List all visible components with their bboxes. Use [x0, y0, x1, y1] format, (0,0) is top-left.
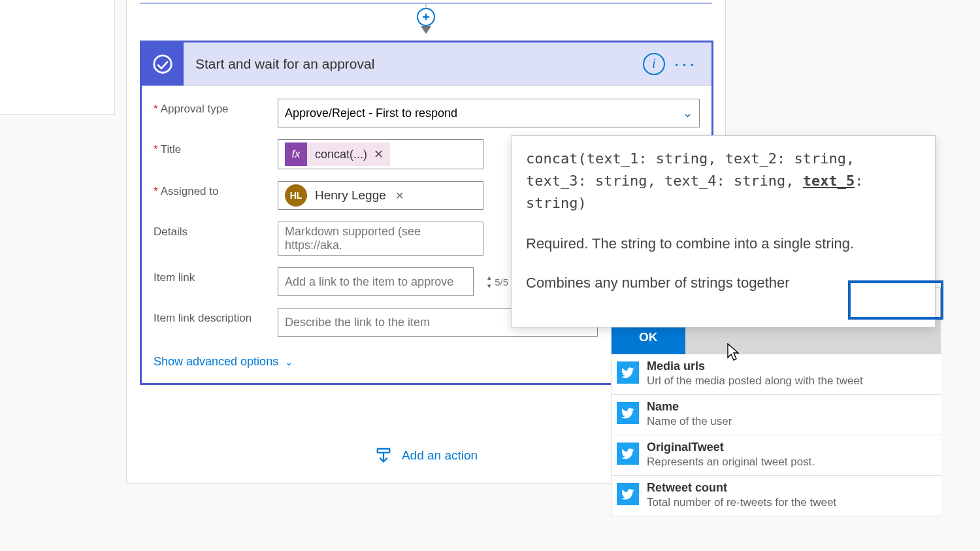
person-name: Henry Legge	[315, 188, 386, 203]
person-token: HL Henry Legge ✕	[285, 184, 410, 207]
chevron-down-icon: ⌄	[683, 106, 693, 120]
counter: 5/5	[495, 276, 508, 288]
card-header[interactable]: Start and wait for an approval i ···	[142, 42, 711, 86]
collapsed-side-panel	[0, 0, 115, 115]
details-input[interactable]: Markdown supported (see https://aka.	[278, 222, 483, 256]
twitter-icon	[617, 442, 639, 465]
title-input[interactable]: fx concat(...) ✕	[278, 139, 483, 169]
dynamic-content-item[interactable]: Name Name of the user	[612, 395, 941, 435]
twitter-icon	[617, 361, 639, 384]
dynamic-content-item[interactable]: Media urls Url of the media posted along…	[612, 354, 941, 395]
expression-token[interactable]: fx concat(...) ✕	[285, 142, 390, 166]
details-label: Details	[154, 222, 278, 239]
twitter-icon	[617, 402, 639, 424]
more-menu-button[interactable]: ···	[674, 59, 697, 69]
avatar: HL	[285, 184, 307, 207]
approval-type-select[interactable]: Approve/Reject - First to respond ⌄	[278, 99, 700, 127]
remove-token-button[interactable]: ✕	[374, 147, 384, 161]
svg-rect-0	[378, 449, 390, 453]
item-link-input[interactable]: Add a link to the item to approve ▴▾ 5/5	[278, 267, 474, 296]
title-label: *Title	[154, 139, 278, 156]
connector-arrow-icon	[421, 26, 431, 34]
remove-person-button[interactable]: ✕	[395, 190, 404, 202]
dynamic-content-list: Media urls Url of the media posted along…	[612, 354, 941, 516]
approval-type-label: *Approval type	[154, 99, 278, 116]
signature-tooltip: concat(text_1: string, text_2: string, t…	[511, 135, 936, 327]
twitter-icon	[617, 483, 639, 505]
item-link-label: Item link	[154, 267, 278, 284]
dynamic-content-item[interactable]: OriginalTweet Represents an original twe…	[612, 435, 941, 476]
insert-step-button[interactable]: +	[417, 8, 435, 26]
assigned-label: *Assigned to	[154, 181, 278, 198]
card-title: Start and wait for an approval	[184, 56, 643, 72]
stepper-arrows[interactable]: ▴▾	[487, 273, 491, 290]
show-advanced-link[interactable]: Show advanced options⌄	[154, 355, 293, 369]
item-link-desc-label: Item link description	[154, 308, 278, 325]
approval-type-value: Approve/Reject - First to respond	[285, 107, 457, 120]
fx-icon: fx	[285, 142, 307, 166]
assigned-input[interactable]: HL Henry Legge ✕	[278, 181, 483, 210]
approval-icon	[142, 42, 184, 86]
dynamic-content-item[interactable]: Retweet count Total number of re-tweets …	[612, 476, 941, 516]
chevron-down-icon: ⌄	[285, 356, 293, 368]
info-icon[interactable]: i	[643, 53, 665, 75]
